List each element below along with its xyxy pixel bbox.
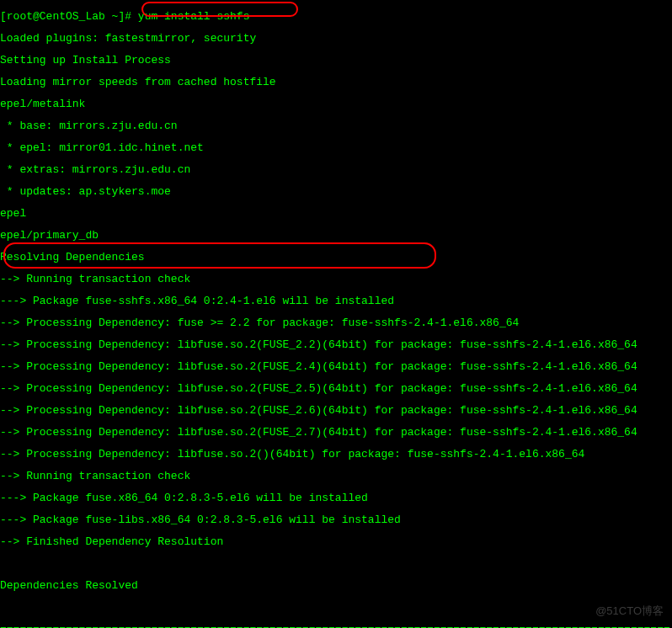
terminal-line: * epel: mirror01.idc.hinet.net: [0, 142, 672, 153]
terminal-output: [root@CentOS_Lab ~]# yum install sshfs L…: [0, 0, 672, 628]
watermark: @51CTO博客: [595, 605, 664, 616]
terminal-line: Dependencies Resolved: [0, 580, 672, 591]
separator-line: ========================================…: [0, 624, 672, 628]
terminal-line: ---> Package fuse-sshfs.x86_64 0:2.4-1.e…: [0, 295, 672, 306]
terminal-line: * base: mirrors.zju.edu.cn: [0, 120, 672, 131]
terminal-line: epel/primary_db: [0, 230, 672, 241]
terminal-line: [0, 558, 672, 569]
terminal-line: --> Processing Dependency: libfuse.so.2(…: [0, 361, 672, 372]
terminal-line: [root@CentOS_Lab ~]# yum install sshfs: [0, 11, 672, 22]
terminal-line: ---> Package fuse-libs.x86_64 0:2.8.3-5.…: [0, 514, 672, 525]
terminal-line: --> Processing Dependency: libfuse.so.2(…: [0, 449, 672, 460]
terminal-line: --> Running transaction check: [0, 471, 672, 482]
terminal-line: --> Processing Dependency: libfuse.so.2(…: [0, 405, 672, 416]
terminal-line: Loaded plugins: fastestmirror, security: [0, 33, 672, 44]
terminal-line: epel: [0, 208, 672, 219]
terminal-line: epel/metalink: [0, 98, 672, 109]
terminal-line: --> Processing Dependency: libfuse.so.2(…: [0, 383, 672, 394]
terminal-line: --> Processing Dependency: libfuse.so.2(…: [0, 427, 672, 438]
terminal-line: [0, 602, 672, 613]
terminal-line: --> Processing Dependency: libfuse.so.2(…: [0, 339, 672, 350]
terminal-line: * updates: ap.stykers.moe: [0, 186, 672, 197]
terminal-line: Resolving Dependencies: [0, 252, 672, 263]
terminal-line: --> Processing Dependency: fuse >= 2.2 f…: [0, 317, 672, 328]
terminal-line: ---> Package fuse.x86_64 0:2.8.3-5.el6 w…: [0, 492, 672, 503]
terminal-line: Loading mirror speeds from cached hostfi…: [0, 77, 672, 88]
terminal-line: * extras: mirrors.zju.edu.cn: [0, 164, 672, 175]
terminal-line: --> Finished Dependency Resolution: [0, 536, 672, 547]
terminal-line: Setting up Install Process: [0, 55, 672, 66]
terminal-line: --> Running transaction check: [0, 274, 672, 285]
